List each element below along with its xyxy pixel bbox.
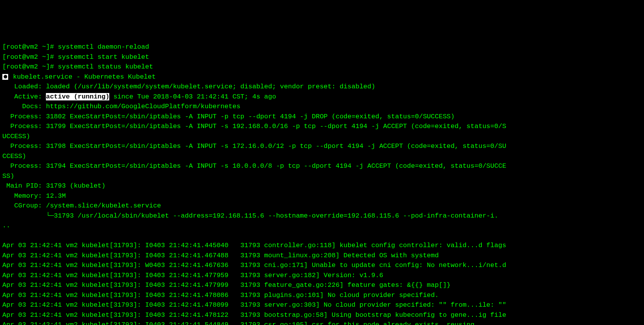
command: systemctl status kubelet (58, 63, 153, 70)
process-line: Process: 31794 ExecStartPost=/sbin/iptab… (2, 162, 506, 170)
log-line: Apr 03 21:42:41 vm2 kubelet[31793]: I040… (2, 272, 383, 279)
main-pid-line: Main PID: 31793 (kubelet) (2, 182, 105, 190)
shell-prompt: [root@vm2 ~]# (2, 63, 58, 70)
process-line-cont: UCCESS) (2, 133, 30, 140)
process-line: Process: 31799 ExecStartPost=/sbin/iptab… (2, 123, 506, 130)
docs-line: Docs: https://github.com/GoogleCloudPlat… (2, 103, 240, 110)
shell-prompt: [root@vm2 ~]# (2, 53, 58, 61)
process-line-cont: CCESS) (2, 153, 26, 160)
log-line: Apr 03 21:42:41 vm2 kubelet[31793]: I040… (2, 252, 439, 259)
process-line: Process: 31802 ExecStartPost=/sbin/iptab… (2, 113, 455, 120)
process-line-cont: SS) (2, 172, 14, 180)
command: systemctl start kubelet (58, 53, 149, 61)
cgroup-line: CGroup: /system.slice/kubelet.service (2, 202, 161, 209)
log-line: Apr 03 21:42:41 vm2 kubelet[31793]: I040… (2, 281, 451, 289)
unit-header: kubelet.service - Kubernetes Kubelet (9, 73, 156, 81)
cgroup-tree-line: └─31793 /usr/local/sbin/kubelet --addres… (2, 212, 498, 220)
log-line: Apr 03 21:42:41 vm2 kubelet[31793]: I040… (2, 321, 474, 325)
log-line: Apr 03 21:42:41 vm2 kubelet[31793]: I040… (2, 311, 506, 319)
active-since: since Tue 2018-04-03 21:42:41 CST; 4s ag… (109, 93, 276, 100)
cgroup-tree-line-cont: .. (2, 222, 10, 229)
status-indicator-icon (2, 74, 8, 80)
log-line: Apr 03 21:42:41 vm2 kubelet[31793]: I040… (2, 242, 506, 249)
process-line: Process: 31798 ExecStartPost=/sbin/iptab… (2, 142, 506, 150)
active-status: active (running) (46, 93, 109, 100)
terminal-output[interactable]: [root@vm2 ~]# systemctl daemon-reload [r… (2, 42, 642, 325)
shell-prompt: [root@vm2 ~]# (2, 43, 58, 51)
log-line: Apr 03 21:42:41 vm2 kubelet[31793]: I040… (2, 301, 506, 309)
loaded-line: Loaded: loaded (/usr/lib/systemd/system/… (2, 83, 375, 90)
command: systemctl daemon-reload (58, 43, 149, 51)
active-label: Active: (2, 93, 46, 100)
log-line: Apr 03 21:42:41 vm2 kubelet[31793]: W040… (2, 262, 506, 269)
memory-line: Memory: 12.3M (2, 192, 66, 200)
log-line: Apr 03 21:42:41 vm2 kubelet[31793]: I040… (2, 292, 439, 299)
